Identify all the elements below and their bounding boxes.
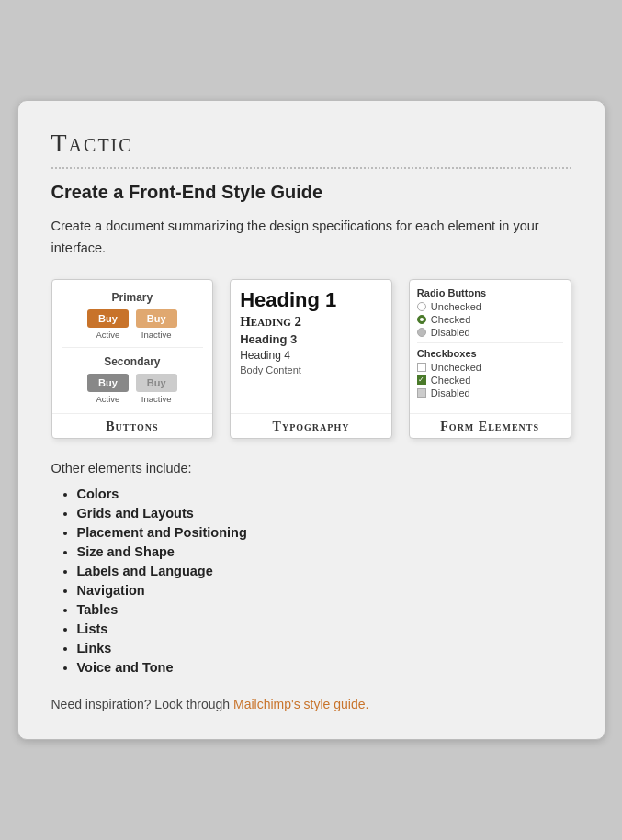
list-item: Tables	[77, 602, 571, 617]
radio-section-title: Radio Buttons	[417, 287, 563, 298]
form-card-label: Form Elements	[410, 413, 571, 438]
primary-section-title: Primary	[62, 291, 204, 304]
primary-active-col: Buy Active	[87, 309, 129, 340]
form-mini-card: Radio Buttons Unchecked Checked Disabled…	[409, 279, 571, 439]
typography-card-label: Typography	[231, 413, 391, 438]
secondary-inactive-button[interactable]: Buy	[136, 374, 177, 392]
description: Create a document summarizing the design…	[51, 216, 571, 258]
heading1: Heading 1	[240, 289, 382, 311]
list-item: Links	[77, 641, 571, 655]
secondary-active-col: Buy Active	[87, 374, 129, 404]
secondary-inactive-label: Inactive	[141, 394, 172, 404]
btn-divider	[62, 347, 204, 348]
radio-disabled-label: Disabled	[431, 327, 470, 338]
checkbox-checked-icon	[417, 375, 426, 385]
list-item: Lists	[77, 622, 571, 636]
buttons-card-label: Buttons	[52, 413, 213, 438]
list-item: Navigation	[77, 583, 571, 598]
form-divider	[417, 342, 563, 343]
secondary-section-title: Secondary	[62, 355, 204, 368]
secondary-active-label: Active	[96, 394, 120, 404]
checkbox-disabled-label: Disabled	[431, 387, 470, 398]
primary-active-button[interactable]: Buy	[87, 309, 129, 328]
inactive-label: Inactive	[141, 330, 172, 340]
radio-disabled-icon	[417, 328, 426, 337]
heading3: Heading 3	[240, 332, 382, 346]
list-item: Grids and Layouts	[77, 506, 571, 521]
list-item: Labels and Language	[77, 564, 571, 578]
buttons-card-body: Primary Buy Active Buy Inactive Secondar…	[52, 280, 213, 413]
typography-card-body: Heading 1 Heading 2 Heading 3 Heading 4 …	[231, 280, 391, 413]
checkbox-unchecked-label: Unchecked	[431, 362, 481, 373]
radio-unchecked-item: Unchecked	[417, 301, 563, 312]
tactic-label: Tactic	[51, 129, 571, 169]
body-content: Body Content	[240, 364, 382, 375]
form-card-body: Radio Buttons Unchecked Checked Disabled…	[410, 280, 571, 413]
checkbox-disabled-item: Disabled	[417, 387, 563, 398]
checkbox-checked-label: Checked	[431, 375, 470, 386]
radio-checked-icon	[417, 315, 426, 324]
radio-unchecked-icon	[417, 302, 426, 311]
checkbox-section-title: Checkboxes	[417, 348, 563, 359]
main-title: Create a Front-End Style Guide	[51, 182, 571, 203]
buttons-mini-card: Primary Buy Active Buy Inactive Secondar…	[51, 279, 214, 439]
active-label: Active	[96, 330, 120, 340]
secondary-btn-row: Buy Active Buy Inactive	[62, 374, 204, 404]
checkbox-unchecked-icon	[417, 363, 426, 372]
list-item: Placement and Positioning	[77, 525, 571, 540]
radio-disabled-item: Disabled	[417, 327, 563, 338]
footer-text: Need inspiration? Look through Mailchimp…	[51, 697, 571, 711]
radio-checked-item: Checked	[417, 314, 563, 325]
primary-inactive-col: Buy Inactive	[136, 309, 177, 340]
secondary-active-button[interactable]: Buy	[87, 374, 129, 392]
other-elements-intro: Other elements include:	[51, 461, 571, 476]
radio-unchecked-label: Unchecked	[431, 301, 481, 312]
elements-list: Colors Grids and Layouts Placement and P…	[51, 487, 571, 675]
list-item: Colors	[77, 487, 571, 501]
typography-mini-card: Heading 1 Heading 2 Heading 3 Heading 4 …	[230, 279, 392, 439]
list-item: Voice and Tone	[77, 660, 571, 675]
checkbox-checked-item: Checked	[417, 375, 563, 386]
cards-row: Primary Buy Active Buy Inactive Secondar…	[51, 279, 571, 439]
secondary-inactive-col: Buy Inactive	[136, 374, 177, 404]
primary-btn-row: Buy Active Buy Inactive	[62, 309, 204, 340]
heading2: Heading 2	[240, 314, 382, 330]
list-item: Size and Shape	[77, 544, 571, 559]
radio-checked-label: Checked	[431, 314, 470, 325]
main-card: Tactic Create a Front-End Style Guide Cr…	[17, 100, 605, 739]
heading4: Heading 4	[240, 349, 382, 362]
mailchimp-link[interactable]: Mailchimp's style guide.	[233, 697, 368, 711]
checkbox-unchecked-item: Unchecked	[417, 362, 563, 373]
primary-inactive-button[interactable]: Buy	[136, 309, 177, 328]
checkbox-disabled-icon	[417, 388, 426, 398]
